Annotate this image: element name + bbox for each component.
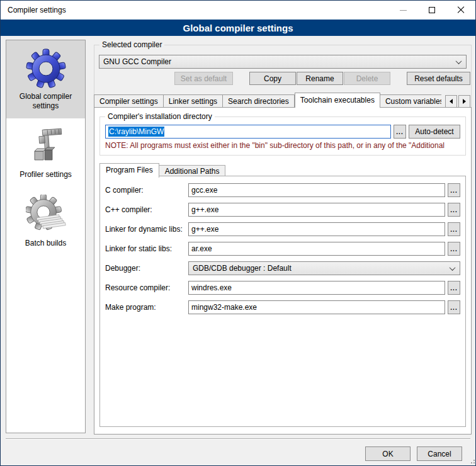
resource-compiler-input[interactable]: windres.exe	[188, 281, 445, 295]
field-row-c-compiler: C compiler: gcc.exe ...	[105, 183, 460, 197]
debugger-select[interactable]: GDB/CDB debugger : Default	[188, 261, 460, 275]
chevron-down-icon	[456, 58, 462, 64]
c-compiler-label: C compiler:	[105, 186, 188, 195]
tab-custom-variables[interactable]: Custom variables	[380, 94, 441, 108]
minimize-button[interactable]	[388, 1, 417, 20]
delete-button[interactable]: Delete	[344, 72, 390, 85]
tab-toolchain-executables[interactable]: Toolchain executables	[295, 93, 380, 108]
static-linker-value: ar.exe	[191, 244, 212, 253]
triangle-left-icon	[450, 99, 453, 104]
static-linker-input[interactable]: ar.exe	[188, 242, 445, 256]
rename-button[interactable]: Rename	[297, 72, 343, 85]
caption-buttons	[388, 1, 475, 20]
debugger-select-value: GDB/CDB debugger : Default	[193, 264, 292, 273]
dialog-header: Global compiler settings	[1, 20, 475, 36]
field-row-dynamic-linker: Linker for dynamic libs: g++.exe ...	[105, 222, 460, 236]
footer-buttons: OK Cancel	[365, 446, 462, 461]
selected-compiler-group-label: Selected compiler	[99, 40, 164, 49]
installation-directory-group: Compiler's installation directory C:\ray…	[99, 116, 466, 156]
gear-blue-icon	[26, 48, 66, 88]
installation-directory-row: C:\raylib\MinGW ... Auto-detect	[105, 125, 460, 139]
ok-button[interactable]: OK	[365, 446, 411, 461]
compiler-select[interactable]: GNU GCC Compiler	[99, 55, 467, 69]
resource-compiler-browse-button[interactable]: ...	[448, 281, 460, 295]
make-program-label: Make program:	[105, 303, 188, 312]
subtab-program-files[interactable]: Program Files	[99, 163, 159, 178]
sidebar-item-profiler-settings[interactable]: Profiler settings	[6, 118, 85, 187]
compiler-select-value: GNU GCC Compiler	[103, 57, 171, 66]
tab-scroll-left-button[interactable]	[445, 95, 457, 108]
resize-grip[interactable]	[466, 457, 473, 465]
cpp-compiler-browse-button[interactable]: ...	[448, 203, 460, 217]
sidebar-item-batch-builds[interactable]: Batch builds	[6, 187, 85, 256]
chevron-down-icon	[450, 264, 456, 271]
field-row-resource-compiler: Resource compiler: windres.exe ...	[105, 281, 460, 295]
footer-separator	[6, 438, 470, 440]
set-as-default-button[interactable]: Set as default	[174, 72, 233, 85]
titlebar: Compiler settings	[1, 1, 475, 20]
installation-directory-group-label: Compiler's installation directory	[105, 112, 215, 121]
sidebar-item-global-compiler-settings[interactable]: Global compiler settings	[6, 40, 85, 118]
cancel-button[interactable]: Cancel	[417, 446, 462, 461]
triangle-right-icon	[463, 99, 466, 104]
tabs-scroll-area: Compiler settings Linker settings Search…	[94, 93, 441, 108]
sidebar: Global compiler settings	[6, 40, 86, 433]
installation-directory-value: C:\raylib\MinGW	[108, 127, 164, 137]
maximize-icon	[429, 7, 435, 13]
tab-compiler-settings[interactable]: Compiler settings	[94, 94, 164, 108]
field-row-debugger: Debugger: GDB/CDB debugger : Default	[105, 261, 460, 275]
auto-detect-button[interactable]: Auto-detect	[409, 125, 460, 139]
reset-defaults-button[interactable]: Reset defaults	[407, 72, 470, 85]
tab-scroll-arrows	[444, 95, 470, 108]
dynamic-linker-input[interactable]: g++.exe	[188, 222, 445, 236]
sidebar-item-label: Profiler settings	[9, 170, 82, 179]
dynamic-linker-browse-button[interactable]: ...	[448, 222, 460, 236]
field-row-cpp-compiler: C++ compiler: g++.exe ...	[105, 203, 460, 217]
maximize-button[interactable]	[417, 1, 446, 20]
resource-compiler-value: windres.exe	[191, 283, 232, 292]
copy-button[interactable]: Copy	[249, 72, 296, 85]
browse-directory-button[interactable]: ...	[394, 125, 406, 139]
make-program-input[interactable]: mingw32-make.exe	[188, 300, 445, 314]
make-program-browse-button[interactable]: ...	[448, 300, 460, 314]
window-title: Compiler settings	[8, 6, 66, 14]
cpp-compiler-label: C++ compiler:	[105, 205, 188, 214]
tab-linker-settings[interactable]: Linker settings	[164, 94, 223, 108]
make-program-value: mingw32-make.exe	[191, 303, 257, 312]
settings-tabstrip: Compiler settings Linker settings Search…	[94, 94, 472, 108]
sidebar-item-label: Batch builds	[9, 239, 82, 248]
cpp-compiler-value: g++.exe	[191, 205, 218, 214]
close-button[interactable]	[446, 1, 475, 20]
close-icon	[457, 6, 465, 14]
toolchain-executables-panel: Compiler's installation directory C:\ray…	[94, 107, 472, 435]
static-linker-label: Linker for static libs:	[105, 244, 188, 253]
installation-directory-input[interactable]: C:\raylib\MinGW	[105, 125, 391, 139]
c-compiler-input[interactable]: gcc.exe	[188, 183, 445, 197]
debugger-label: Debugger:	[105, 264, 188, 273]
field-row-static-linker: Linker for static libs: ar.exe ...	[105, 242, 460, 256]
cpp-compiler-input[interactable]: g++.exe	[188, 203, 445, 217]
field-row-make-program: Make program: mingw32-make.exe ...	[105, 300, 460, 314]
tab-search-directories[interactable]: Search directories	[223, 94, 295, 108]
tab-scroll-right-button[interactable]	[458, 95, 470, 108]
dynamic-linker-value: g++.exe	[191, 225, 218, 234]
resource-compiler-label: Resource compiler:	[105, 283, 188, 292]
gear-stack-icon	[26, 195, 66, 235]
compiler-settings-dialog: Compiler settings Global compiler settin…	[0, 0, 476, 466]
caliper-icon	[26, 126, 66, 166]
c-compiler-value: gcc.exe	[191, 186, 217, 195]
compiler-buttons-row: Set as default Copy Rename Delete Reset …	[94, 72, 472, 85]
grip-dots-icon	[471, 462, 472, 463]
dialog-body: Global compiler settings	[1, 36, 475, 466]
bin-subdirectory-note: NOTE: All programs must exist either in …	[105, 141, 460, 150]
static-linker-browse-button[interactable]: ...	[448, 242, 460, 256]
dynamic-linker-label: Linker for dynamic libs:	[105, 225, 188, 234]
sidebar-item-label: Global compiler settings	[9, 92, 82, 111]
program-files-panel: C compiler: gcc.exe ... C++ compiler: g+…	[99, 176, 466, 427]
c-compiler-browse-button[interactable]: ...	[448, 183, 460, 197]
page-title: Global compiler settings	[183, 23, 293, 33]
minimize-icon	[400, 10, 407, 11]
